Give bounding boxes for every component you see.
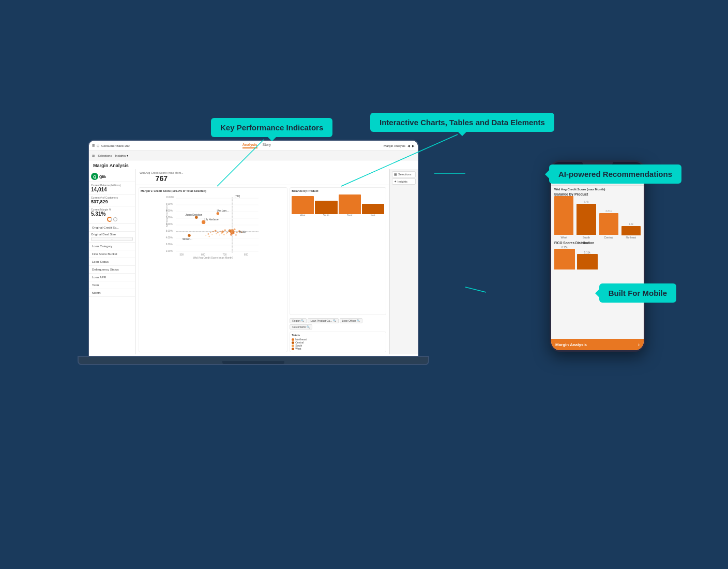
phone-bar-south-label: South (583, 236, 590, 239)
selections-label[interactable]: Selections (98, 154, 112, 157)
svg-text:700: 700 (223, 253, 227, 256)
svg-point-32 (217, 232, 219, 233)
callout-charts: Interactive Charts, Tables and Data Elem… (370, 113, 554, 132)
topbar-right: Margin Analysis ◀ ▶ (384, 144, 415, 147)
filter-region[interactable]: Region 🔍 (290, 318, 307, 323)
sidebar-original-credit[interactable]: Original Credit Sc... (89, 224, 135, 232)
phone-fico-rect-1 (554, 249, 575, 269)
svg-text:Avg. Margin (max Month): Avg. Margin (max Month) (166, 205, 168, 227)
svg-point-53 (235, 234, 237, 236)
scatter-chart: Margin v. Credit Score (100.0% of Total … (139, 187, 287, 352)
sidebar-month[interactable]: Month (89, 289, 135, 297)
gauge-1 (107, 217, 112, 222)
qlik-q-icon: Q (91, 173, 98, 180)
balance-bars (292, 193, 384, 214)
app-topbar: ☰ ⬡ Consumer Bank 360 Analysis Story Mar… (89, 141, 418, 151)
svg-text:3.00%: 3.00% (166, 243, 173, 246)
phone-bar-central-label: Central (604, 236, 613, 239)
dot-central (292, 341, 294, 344)
page-title: Margin Analysis (89, 160, 418, 169)
phone-bar-ne-label: Northeast (626, 236, 636, 239)
sidebar-loan-status[interactable]: Loan Status (89, 258, 135, 266)
insights-label[interactable]: Insights ▾ (115, 154, 128, 157)
qlik-text: Qlik (99, 175, 106, 178)
filter-loan-officer[interactable]: Loan Officer 🔍 (340, 318, 363, 323)
sidebar-loan-category[interactable]: Loan Category (89, 243, 135, 250)
phone-fico-bar-2: 5.11k (577, 251, 598, 269)
kpi-value-4: 767 (140, 174, 184, 183)
dot-northeast (292, 338, 294, 341)
filter-loan-product[interactable]: Loan Product Ca... 🔍 (308, 318, 338, 323)
svg-point-43 (205, 235, 206, 236)
sidebar-delinquency[interactable]: Delinquency Status (89, 266, 135, 274)
phone-bar-ne-value: 1.2k (629, 222, 633, 226)
selections-icon: ▦ (394, 173, 397, 176)
deal-input[interactable]: ··· (91, 237, 133, 241)
hamburger-icon[interactable]: ☰ (92, 144, 95, 147)
svg-text:Lily Hardacre: Lily Hardacre (204, 218, 219, 221)
scatter-title: Margin v. Credit Score (100.0% of Total … (141, 189, 285, 192)
totals-panel: Totals Northeast Central (290, 332, 386, 352)
svg-point-48 (221, 232, 223, 234)
bar-label-south: South (323, 214, 329, 217)
sidebar-loan-apr[interactable]: Loan APR (89, 274, 135, 281)
svg-text:10.00%: 10.00% (166, 196, 174, 199)
svg-point-47 (219, 234, 220, 235)
tab-analysis[interactable]: Analysis (242, 143, 257, 148)
bar-northeast (362, 204, 384, 214)
sidebar: Q Qlik Current Balance (Millions) 14,014… (89, 169, 135, 354)
svg-text:(767): (767) (235, 195, 240, 198)
phone-bar-south-value: 5.4k (584, 200, 588, 203)
phone-kpi-title: Wtd Avg Credit Score (max Month) (554, 188, 641, 191)
svg-point-50 (226, 233, 227, 234)
phone-bar-northeast: 1.2k Northeast (621, 222, 641, 239)
svg-text:2.00%: 2.00% (166, 250, 173, 252)
totals-items: Northeast Central South (292, 338, 384, 350)
bar-central (339, 194, 361, 214)
insights-text: Insights (398, 180, 407, 183)
insights-button[interactable]: ✦ Insights (392, 178, 416, 185)
svg-point-29 (210, 232, 211, 233)
balance-by-product: Balance by Product West (290, 187, 386, 315)
filter-customerid[interactable]: CustomerID 🔍 (290, 324, 312, 330)
phone-fico-bars: 6.15k 5.11k (554, 246, 641, 269)
bar-chart-area: Balance by Product West (290, 187, 386, 352)
svg-point-54 (202, 220, 205, 224)
laptop-body: ☰ ⬡ Consumer Bank 360 Analysis Story Mar… (88, 140, 419, 357)
laptop-container: ☰ ⬡ Consumer Bank 360 Analysis Story Mar… (88, 140, 424, 388)
main-charts: Wtd Avg Credit Score (max Mont... 767 Ma… (135, 169, 389, 354)
nav-next[interactable]: ▶ (412, 144, 415, 147)
svg-point-44 (208, 236, 210, 237)
kpi-row: Wtd Avg Credit Score (max Mont... 767 (135, 169, 389, 185)
phone-container: ◀ Consumer Bank 360 ☰ 🔍 Search your data… (550, 160, 645, 352)
svg-point-49 (223, 234, 225, 235)
selections-button[interactable]: ▦ Selections (392, 171, 416, 177)
phone-bar-west-label: West (560, 236, 567, 239)
kpi-item-4: Wtd Avg Credit Score (max Mont... 767 (140, 171, 184, 183)
sidebar-term[interactable]: Term (89, 281, 135, 289)
phone-bottom-arrow[interactable]: › (638, 342, 640, 348)
svg-point-45 (211, 234, 213, 235)
totals-title: Totals (292, 334, 384, 337)
svg-text:4.00%: 4.00% (166, 236, 173, 239)
nav-prev[interactable]: ◀ (407, 144, 410, 147)
app-title: Consumer Bank 360 (101, 144, 130, 147)
bar-label-central: Centr. (347, 214, 353, 217)
callout-ai: AI-powered Recommendations (549, 164, 681, 184)
svg-point-36 (226, 232, 228, 233)
sidebar-original-deal[interactable]: Original Deal Size ··· (89, 232, 135, 243)
phone-bar-west-bar (554, 196, 573, 235)
sidebar-fico[interactable]: Fico Score Bucket (89, 250, 135, 258)
phone-bar-west: 6.8k West (554, 192, 573, 239)
app-toolbar: ⊞ Selections Insights ▾ (89, 151, 418, 160)
svg-point-39 (234, 228, 236, 230)
bar-west (292, 196, 314, 214)
phone-body: ◀ Consumer Bank 360 ☰ 🔍 Search your data… (550, 160, 645, 352)
phone-bar-west-value: 6.8k (562, 192, 566, 196)
phone-bar-south-bar (577, 204, 596, 235)
svg-text:(5.31): (5.31) (239, 231, 246, 233)
toolbar-label: Margin Analysis (384, 144, 405, 147)
svg-point-31 (215, 230, 217, 232)
search-filters: Region 🔍 Loan Product Ca... 🔍 Loan Offic… (290, 318, 386, 330)
scatter-plot: 10.00% 9.00% 8.00% 7.00% 6.00% 5.00% 4.0… (141, 193, 285, 256)
